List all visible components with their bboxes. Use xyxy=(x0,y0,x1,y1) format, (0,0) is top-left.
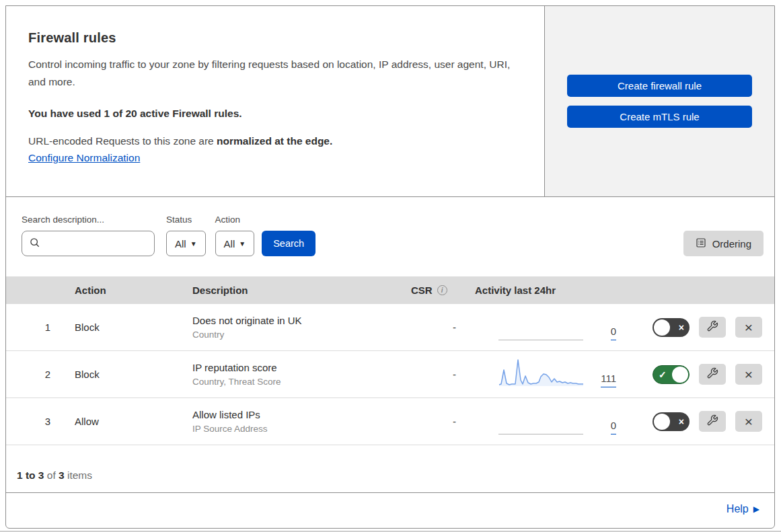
activity-count-link[interactable]: 0 xyxy=(611,420,616,434)
search-group: Search description... xyxy=(22,215,155,256)
normalization-prefix: URL-encoded Requests to this zone are xyxy=(28,135,217,147)
rule-description: IP reputation score Country, Threat Scor… xyxy=(186,362,404,387)
rule-title: Does not originate in UK xyxy=(192,315,404,326)
header-section: Firewall rules Control incoming traffic … xyxy=(6,6,774,197)
table-row: 3 Allow Allow listed IPs IP Source Addre… xyxy=(6,398,774,445)
configure-normalization-link[interactable]: Configure Normalization xyxy=(28,152,140,164)
table-row: 1 Block Does not originate in UK Country… xyxy=(6,304,774,351)
edit-rule-button[interactable] xyxy=(699,364,726,385)
rule-activity: 0 xyxy=(468,304,633,350)
chevron-down-icon: ▼ xyxy=(239,240,246,248)
action-filter-group: Action All ▼ xyxy=(215,215,255,256)
rule-fields: Country, Threat Score xyxy=(192,377,404,387)
page-description: Control incoming traffic to your zone by… xyxy=(28,56,517,91)
search-input[interactable] xyxy=(44,238,166,249)
rule-fields: IP Source Address xyxy=(192,424,404,434)
delete-rule-button[interactable]: × xyxy=(735,317,762,338)
firewall-rules-card: Firewall rules Control incoming traffic … xyxy=(5,5,775,529)
column-activity: Activity last 24hr xyxy=(468,284,633,296)
rule-activity: 111 xyxy=(468,351,633,397)
edit-rule-button[interactable] xyxy=(699,317,726,338)
rule-csr: - xyxy=(404,416,468,427)
normalization-note: URL-encoded Requests to this zone are no… xyxy=(28,135,517,147)
ordering-icon xyxy=(696,237,706,250)
header-text-panel: Firewall rules Control incoming traffic … xyxy=(6,6,545,196)
of-text: of xyxy=(44,469,59,482)
help-arrow-icon: ▶ xyxy=(753,504,759,514)
rule-priority: 3 xyxy=(6,416,68,427)
toggle-knob xyxy=(672,367,688,383)
rule-csr: - xyxy=(404,369,468,380)
activity-sparkline-flat xyxy=(498,340,583,340)
rule-controls: ✓ × xyxy=(633,364,774,385)
items-text: items xyxy=(65,469,92,482)
toggle-cross-icon: × xyxy=(679,416,684,427)
info-icon[interactable]: i xyxy=(437,285,447,295)
search-label: Search description... xyxy=(22,215,155,225)
search-button[interactable]: Search xyxy=(262,231,315,256)
rule-priority: 1 xyxy=(6,321,68,333)
rule-priority: 2 xyxy=(6,369,68,380)
delete-rule-button[interactable]: × xyxy=(735,364,762,385)
action-select[interactable]: All ▼ xyxy=(215,231,255,256)
usage-summary: You have used 1 of 20 active Firewall ru… xyxy=(28,108,517,120)
table-row: 2 Block IP reputation score Country, Thr… xyxy=(6,351,774,398)
wrench-icon xyxy=(706,414,718,428)
ordering-button[interactable]: Ordering xyxy=(683,231,764,256)
rule-title: Allow listed IPs xyxy=(192,409,404,420)
column-description: Description xyxy=(186,284,404,296)
status-select[interactable]: All ▼ xyxy=(166,231,206,256)
search-input-wrapper xyxy=(22,231,155,256)
rule-controls: × × xyxy=(633,317,774,338)
create-firewall-rule-button[interactable]: Create firewall rule xyxy=(567,75,752,97)
rule-activity: 0 xyxy=(468,398,633,445)
actions-panel: Create firewall rule Create mTLS rule xyxy=(545,6,774,196)
ordering-button-label: Ordering xyxy=(712,238,751,250)
filter-bar: Search description... Status All ▼ Actio… xyxy=(6,197,774,276)
help-link-label: Help xyxy=(727,503,749,515)
column-action: Action xyxy=(68,284,186,296)
table-header: Action Description CSR i Activity last 2… xyxy=(6,276,774,304)
activity-count-link[interactable]: 111 xyxy=(601,373,616,387)
rule-description: Allow listed IPs IP Source Address xyxy=(186,409,404,434)
help-bar: Help ▶ xyxy=(6,493,774,525)
normalization-bold: normalized at the edge. xyxy=(217,135,332,147)
rule-title: IP reputation score xyxy=(192,362,404,373)
items-total: 3 xyxy=(59,469,65,482)
rule-description: Does not originate in UK Country xyxy=(186,315,404,340)
toggle-knob xyxy=(654,414,670,430)
wrench-icon xyxy=(706,320,718,334)
help-link[interactable]: Help ▶ xyxy=(727,503,759,515)
close-icon: × xyxy=(745,414,753,428)
rule-csr: - xyxy=(404,321,468,333)
activity-count-link[interactable]: 0 xyxy=(611,326,616,340)
create-mtls-rule-button[interactable]: Create mTLS rule xyxy=(567,106,752,128)
chevron-down-icon: ▼ xyxy=(190,240,197,248)
action-select-value: All xyxy=(224,238,235,250)
activity-sparkline xyxy=(498,356,583,387)
items-range: 1 to 3 xyxy=(17,469,44,482)
rule-action: Block xyxy=(68,321,186,333)
status-select-value: All xyxy=(175,238,186,250)
enable-toggle[interactable]: × xyxy=(653,318,690,337)
rule-fields: Country xyxy=(192,330,404,340)
enable-toggle[interactable]: × xyxy=(653,412,690,431)
close-icon: × xyxy=(745,320,753,334)
action-label: Action xyxy=(215,215,255,225)
rule-controls: × × xyxy=(633,411,774,432)
column-csr-label: CSR xyxy=(411,284,433,296)
rule-action: Allow xyxy=(68,416,186,427)
toggle-check-icon: ✓ xyxy=(659,369,667,380)
page-title: Firewall rules xyxy=(28,30,517,46)
close-icon: × xyxy=(745,367,753,381)
enable-toggle[interactable]: ✓ xyxy=(653,365,690,384)
pagination-summary: 1 to 3 of 3 items xyxy=(6,445,774,493)
column-csr: CSR i xyxy=(404,284,468,296)
status-filter-group: Status All ▼ xyxy=(166,215,206,256)
delete-rule-button[interactable]: × xyxy=(735,411,762,432)
rule-action: Block xyxy=(68,369,186,380)
edit-rule-button[interactable] xyxy=(699,411,726,432)
activity-sparkline-flat xyxy=(498,434,583,434)
wrench-icon xyxy=(706,367,718,381)
search-icon xyxy=(29,237,40,251)
